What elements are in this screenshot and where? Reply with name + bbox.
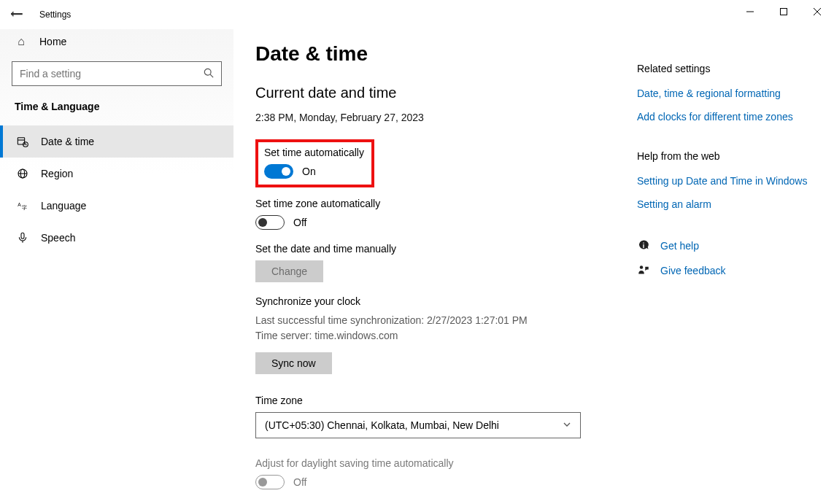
svg-rect-1 <box>781 9 787 15</box>
related-settings-heading: Related settings <box>637 63 812 74</box>
sidebar: ⌂ Home Time & Language Date & time Regio… <box>0 29 233 504</box>
sync-last: Last successful time synchronization: 2/… <box>255 313 805 328</box>
sync-heading: Synchronize your clock <box>255 295 805 307</box>
feedback-icon <box>637 264 650 277</box>
sidebar-item-language[interactable]: A字 Language <box>0 190 233 222</box>
sidebar-home[interactable]: ⌂ Home <box>0 29 233 51</box>
back-button[interactable]: 🠔 <box>10 7 26 23</box>
svg-text:A: A <box>18 202 21 207</box>
sidebar-item-date-time[interactable]: Date & time <box>0 125 233 158</box>
window-controls <box>733 0 834 23</box>
highlight-annotation: Set time automatically On <box>255 139 374 187</box>
home-icon: ⌂ <box>15 35 28 48</box>
dst-label: Adjust for daylight saving time automati… <box>255 457 805 469</box>
set-time-auto-label: Set time automatically <box>264 147 364 158</box>
timezone-label: Time zone <box>255 395 805 406</box>
link-add-clocks[interactable]: Add clocks for different time zones <box>637 111 812 123</box>
sidebar-item-label: Region <box>41 168 73 179</box>
sidebar-item-label: Language <box>41 200 86 212</box>
sidebar-home-label: Home <box>39 36 66 47</box>
svg-point-18 <box>640 265 644 269</box>
calendar-clock-icon <box>16 136 29 147</box>
minimize-button[interactable] <box>733 0 767 23</box>
sidebar-category: Time & Language <box>0 101 233 125</box>
timezone-dropdown[interactable]: (UTC+05:30) Chennai, Kolkata, Mumbai, Ne… <box>255 412 581 438</box>
maximize-button[interactable] <box>767 0 800 23</box>
svg-line-10 <box>26 144 26 145</box>
sidebar-item-region[interactable]: Region <box>0 158 233 190</box>
set-tz-auto-state: Off <box>293 217 306 228</box>
set-time-auto-toggle[interactable] <box>264 164 293 179</box>
chevron-down-icon <box>563 419 571 431</box>
sidebar-item-label: Speech <box>41 232 75 244</box>
language-icon: A字 <box>16 200 29 212</box>
svg-line-5 <box>210 74 213 77</box>
microphone-icon <box>16 232 29 244</box>
svg-point-4 <box>204 69 211 75</box>
svg-rect-16 <box>21 233 24 239</box>
search-input[interactable] <box>20 68 204 80</box>
search-icon <box>204 68 214 80</box>
help-icon <box>637 239 650 252</box>
give-feedback-link[interactable]: Give feedback <box>660 265 726 276</box>
sync-server: Time server: time.windows.com <box>255 328 805 344</box>
sidebar-item-speech[interactable]: Speech <box>0 222 233 254</box>
timezone-value: (UTC+05:30) Chennai, Kolkata, Mumbai, Ne… <box>265 419 499 431</box>
close-button[interactable] <box>800 0 834 23</box>
globe-icon <box>16 168 29 179</box>
help-from-web-heading: Help from the web <box>637 150 812 162</box>
window-title: Settings <box>39 9 71 20</box>
svg-text:字: 字 <box>22 204 27 211</box>
change-button: Change <box>255 260 323 282</box>
link-setup-date-time[interactable]: Setting up Date and Time in Windows <box>637 175 812 187</box>
link-setting-alarm[interactable]: Setting an alarm <box>637 198 812 210</box>
dst-toggle <box>255 475 285 489</box>
set-tz-auto-toggle[interactable] <box>255 215 285 230</box>
sidebar-item-label: Date & time <box>41 136 94 147</box>
dst-state: Off <box>293 476 306 488</box>
link-date-regional-formatting[interactable]: Date, time & regional formatting <box>637 88 812 99</box>
sync-now-button[interactable]: Sync now <box>255 352 332 374</box>
set-time-auto-state: On <box>302 166 316 177</box>
search-box[interactable] <box>12 61 222 86</box>
get-help-link[interactable]: Get help <box>660 240 699 252</box>
